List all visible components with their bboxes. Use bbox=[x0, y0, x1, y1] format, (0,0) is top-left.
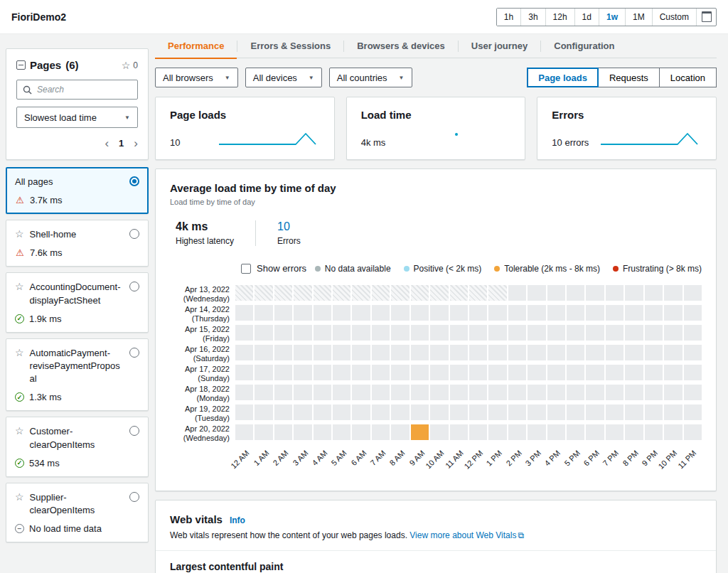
heatmap-cell[interactable] bbox=[684, 285, 702, 301]
time-range-1d[interactable]: 1d bbox=[574, 9, 599, 26]
heatmap-cell[interactable] bbox=[294, 305, 311, 321]
heatmap-cell[interactable] bbox=[255, 345, 272, 360]
heatmap-cell[interactable] bbox=[314, 365, 331, 380]
heatmap-cell[interactable] bbox=[450, 424, 468, 440]
heatmap-cell[interactable] bbox=[508, 365, 526, 380]
heatmap-cell[interactable] bbox=[606, 285, 623, 301]
heatmap-cell[interactable] bbox=[508, 285, 526, 301]
heatmap-cell[interactable] bbox=[684, 345, 702, 360]
info-link[interactable]: Info bbox=[230, 515, 245, 525]
heatmap-cell[interactable] bbox=[372, 325, 390, 341]
heatmap-cell[interactable] bbox=[488, 325, 506, 341]
heatmap-cell[interactable] bbox=[294, 365, 311, 380]
heatmap-cell[interactable] bbox=[430, 345, 448, 360]
heatmap-cell[interactable] bbox=[314, 305, 331, 321]
heatmap-cell[interactable] bbox=[255, 325, 272, 341]
heatmap-cell[interactable] bbox=[235, 385, 253, 400]
time-range-12h[interactable]: 12h bbox=[545, 9, 574, 26]
heatmap-cell[interactable] bbox=[606, 305, 623, 321]
heatmap-cell[interactable] bbox=[274, 325, 292, 341]
heatmap-cell[interactable] bbox=[684, 365, 702, 380]
page-item-automaticpayment-revisepaymentproposal[interactable]: ☆AutomaticPayment-revisePaymentProposal1… bbox=[6, 338, 149, 412]
heatmap-cell[interactable] bbox=[586, 405, 604, 420]
heatmap-cell[interactable] bbox=[274, 365, 292, 380]
heatmap-cell[interactable] bbox=[488, 285, 506, 301]
favorites-filter[interactable]: ☆ 0 bbox=[122, 60, 138, 71]
heatmap-cell[interactable] bbox=[547, 325, 565, 341]
heatmap-cell[interactable] bbox=[528, 365, 545, 380]
heatmap-cell[interactable] bbox=[586, 424, 604, 440]
heatmap-cell[interactable] bbox=[567, 305, 584, 321]
heatmap-cell[interactable] bbox=[333, 345, 350, 360]
heatmap-cell[interactable] bbox=[664, 285, 682, 301]
heatmap-cell[interactable] bbox=[372, 405, 390, 420]
heatmap-cell[interactable] bbox=[411, 424, 429, 440]
heatmap-cell[interactable] bbox=[488, 365, 506, 380]
heatmap-cell[interactable] bbox=[606, 365, 623, 380]
heatmap-cell[interactable] bbox=[274, 424, 292, 440]
heatmap-cell[interactable] bbox=[411, 405, 429, 420]
heatmap-cell[interactable] bbox=[352, 305, 370, 321]
prev-page-icon[interactable]: ‹ bbox=[105, 137, 109, 149]
heatmap-cell[interactable] bbox=[508, 405, 526, 420]
heatmap-cell[interactable] bbox=[606, 405, 623, 420]
heatmap-cell[interactable] bbox=[314, 405, 331, 420]
heatmap-cell[interactable] bbox=[333, 325, 350, 341]
heatmap-cell[interactable] bbox=[528, 424, 545, 440]
heatmap-cell[interactable] bbox=[469, 365, 487, 380]
heatmap-cell[interactable] bbox=[684, 385, 702, 400]
heatmap-cell[interactable] bbox=[528, 405, 545, 420]
time-range-custom[interactable]: Custom bbox=[652, 9, 696, 26]
collapse-icon[interactable] bbox=[16, 60, 26, 70]
time-range-1w[interactable]: 1w bbox=[599, 9, 625, 26]
star-icon[interactable]: ☆ bbox=[15, 281, 24, 293]
time-range-3h[interactable]: 3h bbox=[520, 9, 545, 26]
heatmap-cell[interactable] bbox=[469, 305, 487, 321]
heatmap-cell[interactable] bbox=[274, 285, 292, 301]
heatmap-cell[interactable] bbox=[411, 345, 429, 360]
heatmap-cell[interactable] bbox=[488, 385, 506, 400]
heatmap-cell[interactable] bbox=[586, 365, 604, 380]
radio-button[interactable] bbox=[129, 229, 139, 239]
heatmap-cell[interactable] bbox=[528, 385, 545, 400]
tab-browsers-devices[interactable]: Browsers & devices bbox=[344, 34, 458, 58]
radio-button[interactable] bbox=[129, 176, 139, 186]
heatmap-cell[interactable] bbox=[391, 385, 409, 400]
heatmap-cell[interactable] bbox=[547, 365, 565, 380]
heatmap-cell[interactable] bbox=[606, 345, 623, 360]
heatmap-cell[interactable] bbox=[586, 285, 604, 301]
heatmap-cell[interactable] bbox=[469, 424, 487, 440]
heatmap-cell[interactable] bbox=[294, 424, 311, 440]
heatmap-cell[interactable] bbox=[450, 345, 468, 360]
heatmap-cell[interactable] bbox=[567, 405, 584, 420]
heatmap-cell[interactable] bbox=[469, 285, 487, 301]
heatmap-cell[interactable] bbox=[664, 305, 682, 321]
heatmap-cell[interactable] bbox=[645, 405, 663, 420]
heatmap-cell[interactable] bbox=[664, 385, 682, 400]
heatmap-cell[interactable] bbox=[586, 345, 604, 360]
heatmap-cell[interactable] bbox=[567, 325, 584, 341]
heatmap-cell[interactable] bbox=[528, 345, 545, 360]
heatmap-cell[interactable] bbox=[333, 405, 350, 420]
heatmap-cell[interactable] bbox=[625, 305, 643, 321]
heatmap-cell[interactable] bbox=[547, 285, 565, 301]
heatmap-cell[interactable] bbox=[430, 305, 448, 321]
heatmap-cell[interactable] bbox=[411, 285, 429, 301]
heatmap-cell[interactable] bbox=[625, 345, 643, 360]
heatmap-cell[interactable] bbox=[255, 424, 272, 440]
heatmap-cell[interactable] bbox=[625, 285, 643, 301]
heatmap-cell[interactable] bbox=[235, 345, 253, 360]
heatmap-cell[interactable] bbox=[372, 305, 390, 321]
heatmap-cell[interactable] bbox=[645, 305, 663, 321]
heatmap-cell[interactable] bbox=[333, 305, 350, 321]
page-item-customer-clearopenitems[interactable]: ☆Customer-clearOpenItems534 ms bbox=[6, 417, 149, 476]
heatmap-cell[interactable] bbox=[314, 325, 331, 341]
heatmap-cell[interactable] bbox=[333, 365, 350, 380]
search-input[interactable]: Search bbox=[16, 80, 138, 100]
heatmap-cell[interactable] bbox=[606, 325, 623, 341]
radio-button[interactable] bbox=[129, 348, 139, 358]
heatmap-cell[interactable] bbox=[294, 285, 311, 301]
page-item-all-pages[interactable]: All pages3.7k ms bbox=[6, 167, 149, 214]
page-item-supplier-clearopenitems[interactable]: ☆Supplier-clearOpenItemsNo load time dat… bbox=[6, 483, 149, 542]
heatmap-cell[interactable] bbox=[586, 385, 604, 400]
